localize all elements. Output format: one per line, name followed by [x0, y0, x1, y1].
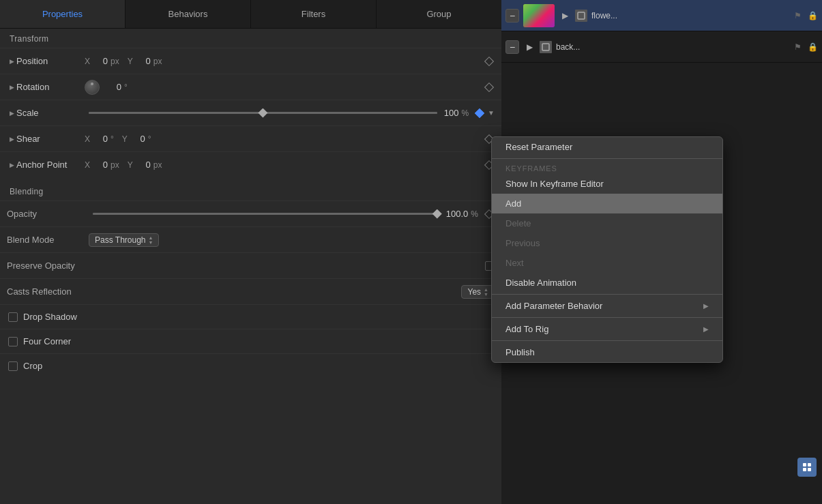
add-to-rig-arrow: ▶: [703, 325, 709, 333]
rotation-knob[interactable]: [85, 80, 100, 95]
svg-rect-0: [578, 12, 585, 19]
casts-reflection-controls: Yes ▲ ▼: [89, 285, 495, 299]
svg-rect-5: [808, 468, 811, 471]
position-label: Position: [16, 56, 85, 66]
casts-reflection-row: Casts Reflection Yes ▲ ▼: [0, 278, 501, 304]
anchor-y-unit: px: [153, 160, 162, 170]
drop-shadow-label: Drop Shadow: [23, 312, 77, 322]
anchor-point-expand[interactable]: ▶: [7, 160, 16, 170]
menu-add-parameter-behavior[interactable]: Add Parameter Behavior ▶: [492, 296, 722, 316]
scale-keyframe-btn[interactable]: [474, 108, 485, 119]
transform-section-header: Transform: [0, 29, 501, 48]
anchor-x-unit: px: [111, 160, 119, 170]
casts-reflection-select[interactable]: Yes ▲ ▼: [461, 285, 495, 299]
shear-expand[interactable]: ▶: [7, 134, 16, 144]
rotation-row: ▶ Rotation 0 °: [0, 74, 501, 100]
tab-bar: Properties Behaviors Filters Group: [0, 0, 501, 29]
layer1-play-btn[interactable]: ▶: [559, 10, 571, 22]
blend-mode-value: Pass Through: [95, 235, 146, 245]
tab-properties[interactable]: Properties: [0, 0, 126, 28]
menu-keyframes-label: KEYFRAMES: [492, 160, 722, 174]
opacity-slider[interactable]: [93, 207, 439, 221]
crop-row: Crop: [0, 353, 501, 378]
menu-reset-parameter[interactable]: Reset Parameter: [492, 137, 722, 157]
layer1-icon: [575, 10, 587, 22]
svg-rect-2: [803, 463, 806, 466]
menu-sep-3: [492, 317, 722, 318]
opacity-row: Opacity 100.0 %: [0, 201, 501, 226]
blend-mode-row: Blend Mode Pass Through ▲ ▼: [0, 226, 501, 252]
scale-expand[interactable]: ▶: [7, 108, 16, 118]
layer2-flag-icon: ⚑: [792, 42, 803, 53]
opacity-thumb[interactable]: [432, 209, 442, 219]
menu-sep-1: [492, 158, 722, 159]
menu-add-to-rig[interactable]: Add To Rig ▶: [492, 319, 722, 339]
blend-mode-label: Blend Mode: [7, 235, 89, 245]
shear-y-unit: °: [148, 134, 151, 144]
tab-behaviors[interactable]: Behaviors: [126, 0, 251, 28]
shear-x-unit: °: [111, 134, 114, 144]
drop-shadow-checkbox[interactable]: [8, 312, 18, 322]
crop-label: Crop: [23, 361, 42, 371]
rotation-expand[interactable]: ▶: [7, 83, 16, 92]
thumb-flower-image: [523, 4, 555, 27]
anchor-point-controls: X 0 px Y 0 px: [85, 160, 484, 170]
position-y-value[interactable]: 0: [137, 56, 151, 66]
menu-sep-2: [492, 294, 722, 295]
rotation-value[interactable]: 0: [108, 82, 121, 92]
four-corner-label: Four Corner: [23, 336, 71, 346]
menu-publish[interactable]: Publish: [492, 342, 722, 362]
position-keyframe-btn[interactable]: [484, 56, 495, 67]
position-x-value[interactable]: 0: [94, 56, 108, 66]
left-panel: Properties Behaviors Filters Group Trans…: [0, 0, 501, 504]
anchor-point-row: ▶ Anchor Point X 0 px Y 0 px: [0, 151, 501, 177]
tab-filters[interactable]: Filters: [251, 0, 377, 28]
four-corner-row: Four Corner: [0, 329, 501, 353]
blend-mode-select[interactable]: Pass Through ▲ ▼: [89, 233, 159, 247]
opacity-label: Opacity: [7, 209, 89, 219]
casts-reflection-arrows: ▲ ▼: [484, 287, 488, 297]
anchor-y-value[interactable]: 0: [137, 160, 151, 170]
scroll-indicator[interactable]: [797, 458, 817, 477]
crop-checkbox[interactable]: [8, 361, 18, 371]
scale-slider[interactable]: [89, 106, 437, 120]
menu-next[interactable]: Next: [492, 253, 722, 273]
svg-rect-1: [542, 44, 549, 50]
rotation-label: Rotation: [16, 82, 85, 92]
anchor-x-value[interactable]: 0: [94, 160, 108, 170]
add-parameter-behavior-arrow: ▶: [703, 302, 709, 310]
layer1-flag-icon: ⚑: [792, 10, 803, 21]
position-expand[interactable]: ▶: [7, 57, 16, 66]
blend-mode-controls: Pass Through ▲ ▼: [89, 233, 495, 247]
menu-previous[interactable]: Previous: [492, 233, 722, 253]
rotation-unit: °: [124, 83, 128, 92]
opacity-value[interactable]: 100.0: [446, 209, 469, 219]
menu-add[interactable]: Add: [492, 194, 722, 213]
shear-x-value[interactable]: 0: [94, 134, 108, 144]
layer2-icon: [540, 41, 552, 53]
shear-label: Shear: [16, 134, 85, 144]
layer2-play-btn[interactable]: ▶: [523, 41, 535, 53]
anchor-x-axis: X: [85, 160, 90, 170]
shear-y-value[interactable]: 0: [132, 134, 145, 144]
layer1-minus-btn[interactable]: −: [505, 9, 519, 23]
menu-show-in-keyframe-editor[interactable]: Show In Keyframe Editor: [492, 174, 722, 194]
menu-disable-animation[interactable]: Disable Animation: [492, 273, 722, 293]
tab-group[interactable]: Group: [377, 0, 501, 28]
scale-dropdown-arrow[interactable]: ▼: [488, 109, 495, 117]
svg-rect-3: [808, 463, 811, 466]
scale-thumb[interactable]: [258, 108, 267, 118]
position-y-axis: Y: [128, 57, 133, 66]
opacity-track: [93, 213, 439, 215]
anchor-point-label: Anchor Point: [16, 160, 85, 170]
anchor-y-axis: Y: [128, 160, 133, 170]
menu-delete[interactable]: Delete: [492, 213, 722, 233]
layer2-minus-btn[interactable]: −: [505, 40, 519, 54]
timeline-layer2-row: − ▶ back... ⚑ 🔒: [501, 31, 822, 63]
scale-value[interactable]: 100: [444, 108, 459, 118]
four-corner-checkbox[interactable]: [8, 337, 18, 346]
casts-reflection-value: Yes: [467, 287, 481, 297]
blend-mode-arrows: ▲ ▼: [149, 235, 153, 245]
position-controls: X 0 px Y 0 px: [85, 56, 484, 66]
rotation-keyframe-btn[interactable]: [484, 82, 495, 93]
